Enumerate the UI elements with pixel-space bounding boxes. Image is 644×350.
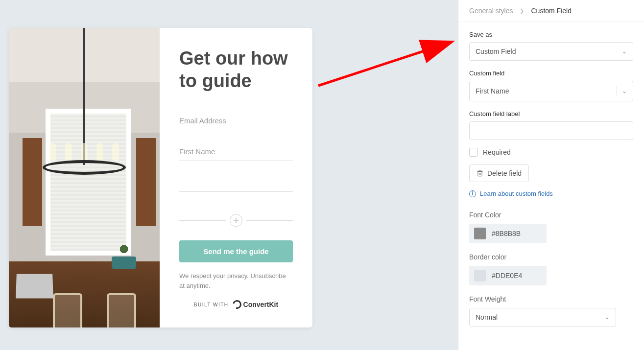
chevron-down-icon: ⌄ xyxy=(622,48,627,55)
learn-link[interactable]: i Learn about custom fields xyxy=(469,190,633,197)
font-weight-select[interactable]: Normal ⌄ xyxy=(469,308,616,327)
chevron-down-icon: ⌄ xyxy=(622,88,627,94)
save-as-select[interactable]: Custom Field ⌄ xyxy=(469,42,633,61)
font-weight-label: Font Weight xyxy=(469,295,633,303)
settings-sidebar: General styles ❯ Custom Field Save as Cu… xyxy=(458,0,644,350)
editor-canvas: Get our how to guide Send me the guide W… xyxy=(0,0,448,350)
chevron-down-icon: ⌄ xyxy=(605,314,610,321)
breadcrumb: General styles ❯ Custom Field xyxy=(458,0,644,22)
plus-icon xyxy=(233,217,239,223)
add-field-row xyxy=(179,214,293,227)
convertkit-logo-icon xyxy=(231,299,243,311)
annotation-arrow xyxy=(313,34,470,93)
form-content-area: Get our how to guide Send me the guide W… xyxy=(160,28,312,327)
font-color-label: Font Color xyxy=(469,211,633,219)
font-color-value: #8B8B8B xyxy=(492,230,521,237)
border-color-swatch xyxy=(474,270,486,281)
chevron-right-icon: ❯ xyxy=(520,8,524,14)
delete-field-button[interactable]: Delete field xyxy=(469,164,529,182)
font-color-swatch xyxy=(474,228,486,239)
save-as-label: Save as xyxy=(469,31,633,38)
convertkit-brand: ConvertKit xyxy=(243,301,279,308)
form-preview-card: Get our how to guide Send me the guide W… xyxy=(9,28,312,327)
built-with-prefix: BUILT WITH xyxy=(194,302,229,307)
required-checkbox[interactable] xyxy=(469,148,478,157)
custom-field-label: Custom field xyxy=(469,70,633,77)
svg-line-1 xyxy=(318,43,448,86)
form-title[interactable]: Get our how to guide xyxy=(179,47,293,92)
border-color-label: Border color xyxy=(469,253,633,261)
form-hero-image xyxy=(9,28,160,327)
empty-field[interactable] xyxy=(179,173,293,192)
save-as-value: Custom Field xyxy=(476,47,516,55)
breadcrumb-current: Custom Field xyxy=(531,7,571,15)
font-weight-value: Normal xyxy=(476,313,498,321)
delete-field-label: Delete field xyxy=(487,169,522,177)
required-row: Required xyxy=(469,148,633,157)
email-field[interactable] xyxy=(179,112,293,130)
learn-link-text: Learn about custom fields xyxy=(480,190,553,197)
submit-button[interactable]: Send me the guide xyxy=(179,240,293,262)
built-with-badge[interactable]: BUILT WITH ConvertKit xyxy=(179,300,293,309)
privacy-text[interactable]: We respect your privacy. Unsubscribe at … xyxy=(179,271,293,290)
custom-field-value: First Name xyxy=(476,87,509,95)
firstname-field[interactable] xyxy=(179,142,293,161)
trash-icon xyxy=(477,170,483,177)
border-color-value: #DDE0E4 xyxy=(492,272,522,280)
custom-field-label-label: Custom field label xyxy=(469,110,633,117)
border-color-picker[interactable]: #DDE0E4 xyxy=(469,266,547,285)
add-field-button[interactable] xyxy=(230,214,242,227)
required-label: Required xyxy=(483,148,511,156)
info-icon: i xyxy=(469,190,476,197)
custom-field-select[interactable]: First Name ⌄ xyxy=(469,81,633,101)
custom-field-label-input[interactable] xyxy=(469,121,633,140)
font-color-picker[interactable]: #8B8B8B xyxy=(469,224,547,243)
breadcrumb-parent[interactable]: General styles xyxy=(469,7,513,15)
